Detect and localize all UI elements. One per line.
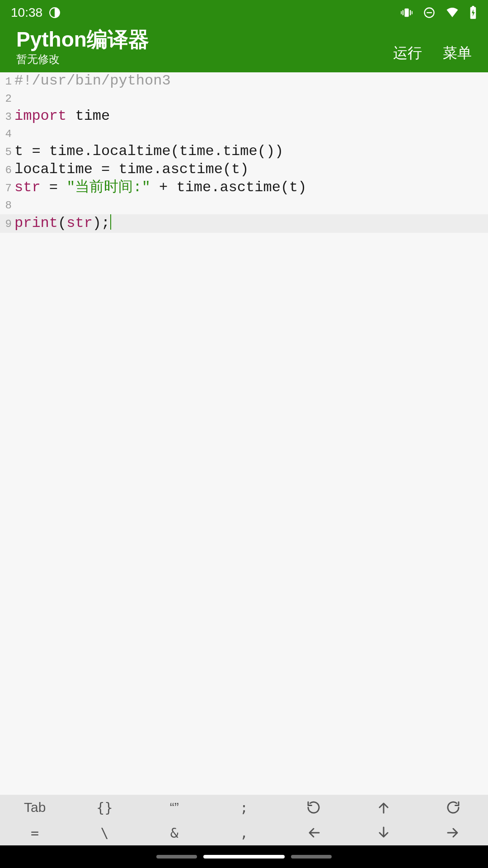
code-line[interactable]: 9print(str);: [0, 214, 488, 233]
key-arrow-right[interactable]: [418, 820, 488, 845]
svg-rect-3: [410, 10, 411, 15]
code-content[interactable]: import time: [14, 108, 488, 125]
key-equals[interactable]: =: [0, 820, 70, 845]
key-arrow-down[interactable]: [348, 820, 418, 845]
keyboard-accessory: Tab {} “” ; = \ & ,: [0, 795, 488, 845]
svg-rect-1: [404, 9, 408, 17]
key-comma[interactable]: ,: [209, 820, 279, 845]
app-subtitle: 暂无修改: [16, 52, 393, 66]
app-actions: 运行 菜单: [393, 31, 472, 63]
system-nav-bar: [0, 845, 488, 868]
line-number: 8: [0, 197, 14, 214]
line-number: 5: [0, 144, 14, 161]
code-line[interactable]: 2: [0, 90, 488, 108]
svg-rect-2: [403, 10, 404, 15]
nav-pill: [156, 855, 197, 859]
key-ampersand[interactable]: &: [140, 820, 209, 845]
status-time: 10:38: [11, 5, 42, 20]
redo-icon: [445, 799, 461, 816]
code-content[interactable]: localtime = time.asctime(t): [14, 161, 488, 178]
status-left: 10:38: [11, 5, 61, 20]
key-arrow-up[interactable]: [348, 795, 418, 820]
key-backslash[interactable]: \: [70, 820, 139, 845]
vibrate-icon: [400, 6, 413, 19]
run-button[interactable]: 运行: [393, 43, 422, 63]
menu-button[interactable]: 菜单: [443, 43, 472, 63]
wifi-icon: [446, 6, 459, 19]
code-content[interactable]: print(str);: [14, 214, 488, 232]
code-line[interactable]: 7str = "当前时间:" + time.asctime(t): [0, 179, 488, 197]
svg-rect-9: [472, 6, 474, 8]
arrow-right-icon: [445, 825, 461, 841]
code-line[interactable]: 8: [0, 197, 488, 214]
key-arrow-left[interactable]: [279, 820, 348, 845]
code-line[interactable]: 6localtime = time.asctime(t): [0, 161, 488, 179]
arrow-left-icon: [305, 825, 322, 841]
code-content[interactable]: str = "当前时间:" + time.asctime(t): [14, 179, 488, 196]
code-line[interactable]: 3import time: [0, 108, 488, 126]
code-line[interactable]: 1#!/usr/bin/python3: [0, 72, 488, 90]
key-redo[interactable]: [418, 795, 488, 820]
code-editor[interactable]: 1#!/usr/bin/python323import time45t = ti…: [0, 72, 488, 796]
svg-rect-5: [412, 11, 413, 14]
app-status-icon: [49, 7, 61, 19]
code-content[interactable]: #!/usr/bin/python3: [14, 72, 488, 90]
key-semicolon[interactable]: ;: [209, 795, 279, 820]
status-right: [400, 6, 477, 19]
app-title: Python编译器: [16, 28, 393, 51]
line-number: 2: [0, 90, 14, 108]
key-braces[interactable]: {}: [70, 795, 139, 820]
svg-rect-7: [427, 12, 432, 13]
line-number: 4: [0, 126, 14, 143]
key-undo[interactable]: [279, 795, 348, 820]
status-bar: 10:38: [0, 0, 488, 25]
arrow-down-icon: [375, 825, 392, 841]
app-bar: Python编译器 暂无修改 运行 菜单: [0, 25, 488, 72]
line-number: 6: [0, 162, 14, 179]
line-number: 9: [0, 216, 14, 233]
app-title-block: Python编译器 暂无修改: [16, 28, 393, 66]
nav-pill-home[interactable]: [203, 855, 285, 859]
code-content[interactable]: t = time.localtime(time.time()): [14, 143, 488, 160]
battery-icon: [469, 6, 477, 19]
arrow-up-icon: [375, 799, 392, 816]
line-number: 3: [0, 108, 14, 126]
undo-icon: [305, 799, 322, 816]
line-number: 7: [0, 180, 14, 197]
svg-rect-4: [401, 11, 402, 14]
line-number: 1: [0, 73, 14, 90]
code-line[interactable]: 4: [0, 126, 488, 143]
dnd-icon: [423, 6, 436, 19]
nav-pill: [291, 855, 332, 859]
key-quotes[interactable]: “”: [140, 795, 209, 820]
key-tab[interactable]: Tab: [0, 795, 70, 820]
code-line[interactable]: 5t = time.localtime(time.time()): [0, 143, 488, 161]
